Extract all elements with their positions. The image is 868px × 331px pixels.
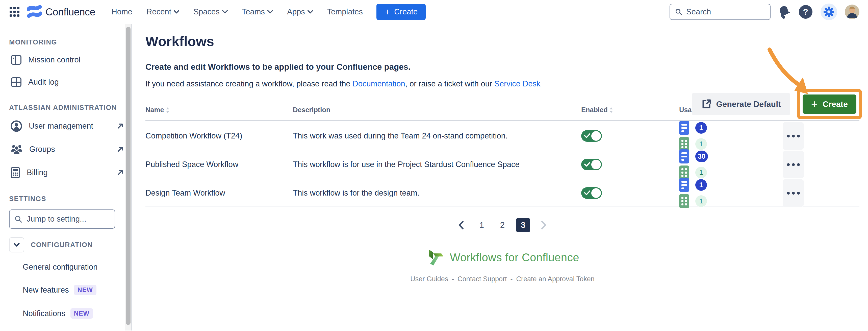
chevron-down-icon	[13, 243, 20, 247]
user-guides-link[interactable]: User Guides	[410, 275, 448, 283]
nav-item-teams[interactable]: Teams	[242, 7, 273, 17]
workflow-name[interactable]: Design Team Workflow	[146, 188, 293, 198]
enabled-toggle[interactable]	[581, 159, 602, 170]
sidebar-scrollbar[interactable]	[125, 24, 131, 331]
page-usage-icon	[679, 149, 689, 163]
sidebar-item-notifications[interactable]: Notifications NEW	[9, 302, 131, 325]
sidebar-item-billing[interactable]: Billing	[9, 161, 131, 184]
nav-item-templates[interactable]: Templates	[327, 7, 363, 17]
generate-default-button[interactable]: Generate Default	[692, 93, 790, 115]
pagination: 1 2 3	[146, 218, 860, 232]
confluence-logo-icon	[27, 4, 42, 20]
row-actions-menu-button[interactable]	[783, 179, 804, 207]
chevron-down-icon	[308, 10, 313, 13]
workflows-logo-icon	[426, 248, 444, 267]
next-page-button[interactable]	[537, 218, 551, 232]
table-usage-icon	[679, 137, 689, 151]
app-footer: Workflows for Confluence User Guides-Con…	[146, 248, 860, 283]
table-row: Competition Workflow (T24) This work was…	[146, 121, 860, 149]
page-button-3-current[interactable]: 3	[516, 218, 530, 232]
nav-item-home[interactable]: Home	[111, 7, 132, 17]
workflow-description: This workflow is for use in the Project …	[293, 160, 581, 169]
sidebar-item-groups[interactable]: Groups	[9, 138, 131, 161]
workflows-table: Name Description Enabled Usage Competiti…	[146, 106, 860, 206]
workflow-name[interactable]: Published Space Workflow	[146, 160, 293, 169]
primary-nav: Home Recent Spaces Teams Apps Templates	[111, 7, 363, 17]
external-link-icon	[117, 123, 124, 130]
global-create-button[interactable]: + Create	[376, 4, 426, 20]
jump-to-setting-input[interactable]	[27, 214, 110, 223]
contact-support-link[interactable]: Contact Support	[458, 275, 507, 283]
configuration-collapse-button[interactable]	[9, 237, 24, 252]
sidebar-item-new-features[interactable]: New features NEW	[9, 278, 131, 302]
row-actions-menu-button[interactable]	[783, 122, 804, 150]
page-button-2[interactable]: 2	[495, 218, 509, 232]
approval-token-link[interactable]: Create an Approval Token	[516, 275, 594, 283]
billing-icon	[10, 167, 20, 178]
external-link-icon	[117, 146, 124, 153]
confluence-admin-app: Confluence Home Recent Spaces Teams Apps…	[0, 0, 868, 331]
usage-cell: 1 1	[679, 178, 783, 208]
nav-item-apps[interactable]: Apps	[287, 7, 313, 17]
previous-page-button[interactable]	[454, 218, 468, 232]
table-usage-icon	[679, 166, 689, 180]
admin-sidebar: MONITORING Mission control Audit log ATL…	[0, 24, 132, 331]
sidebar-scrollbar-thumb[interactable]	[126, 27, 130, 325]
enabled-toggle[interactable]	[581, 130, 602, 142]
sidebar-item-mission-control[interactable]: Mission control	[9, 49, 131, 71]
jump-to-setting-search[interactable]	[9, 209, 115, 229]
documentation-link[interactable]: Documentation	[352, 79, 405, 88]
check-icon	[584, 133, 590, 138]
chevron-left-icon	[458, 221, 464, 230]
export-icon	[701, 99, 711, 109]
sidebar-item-shortcut-links[interactable]: Shortcut links	[9, 325, 131, 331]
check-icon	[584, 190, 590, 195]
footer-links: User Guides-Contact Support-Create an Ap…	[410, 275, 594, 283]
row-actions-menu-button[interactable]	[783, 151, 804, 178]
table-usage-icon	[679, 194, 689, 208]
svg-text:?: ?	[803, 7, 808, 17]
new-badge: NEW	[74, 285, 96, 295]
page-usage-badge: 1	[695, 122, 707, 134]
help-icon[interactable]: ?	[798, 4, 813, 19]
global-search[interactable]	[670, 4, 771, 20]
enabled-toggle[interactable]	[581, 187, 602, 199]
sidebar-section-configuration: CONFIGURATION	[31, 241, 93, 249]
create-workflow-button[interactable]: + Create	[803, 94, 857, 114]
footer-brand: Workflows for Confluence	[426, 248, 580, 267]
sidebar-item-user-management[interactable]: User management	[9, 114, 131, 138]
workflows-main-content: Workflows Create and edit Workflows to b…	[132, 24, 868, 331]
table-row: Published Space Workflow This workflow i…	[146, 149, 860, 178]
page-button-1[interactable]: 1	[475, 218, 489, 232]
page-title: Workflows	[146, 33, 860, 49]
service-desk-link[interactable]: Service Desk	[494, 79, 540, 88]
sidebar-section-atlassian-administration: ATLASSIAN ADMINISTRATION	[9, 104, 131, 112]
column-header-description[interactable]: Description	[293, 106, 581, 114]
user-avatar[interactable]	[845, 4, 860, 19]
external-link-icon	[117, 169, 124, 176]
app-switcher-icon[interactable]	[9, 6, 20, 18]
search-icon	[675, 8, 682, 16]
product-name: Confluence	[45, 6, 95, 18]
check-icon	[584, 162, 590, 167]
page-shell: MONITORING Mission control Audit log ATL…	[0, 24, 868, 331]
top-navigation-bar: Confluence Home Recent Spaces Teams Apps…	[0, 0, 868, 24]
search-input[interactable]	[686, 7, 765, 17]
groups-icon	[10, 144, 23, 155]
sidebar-item-audit-log[interactable]: Audit log	[9, 71, 131, 93]
audit-log-icon	[10, 77, 22, 87]
nav-item-spaces[interactable]: Spaces	[193, 7, 227, 17]
settings-gear-icon[interactable]	[820, 3, 837, 20]
nav-item-recent[interactable]: Recent	[147, 7, 179, 17]
sort-icon	[609, 107, 613, 114]
column-header-enabled[interactable]: Enabled	[581, 106, 679, 114]
page-usage-badge: 30	[695, 151, 708, 162]
usage-cell: 1 1	[679, 121, 783, 151]
sidebar-item-general-configuration[interactable]: General configuration	[9, 256, 131, 278]
notifications-bell-icon[interactable]	[778, 5, 791, 19]
workflow-description: This work was used during the Team 24 on…	[293, 131, 581, 141]
column-header-name[interactable]: Name	[146, 106, 293, 114]
confluence-logo[interactable]: Confluence	[27, 4, 95, 20]
workflow-name[interactable]: Competition Workflow (T24)	[146, 131, 293, 141]
usage-cell: 30 1	[679, 149, 783, 180]
